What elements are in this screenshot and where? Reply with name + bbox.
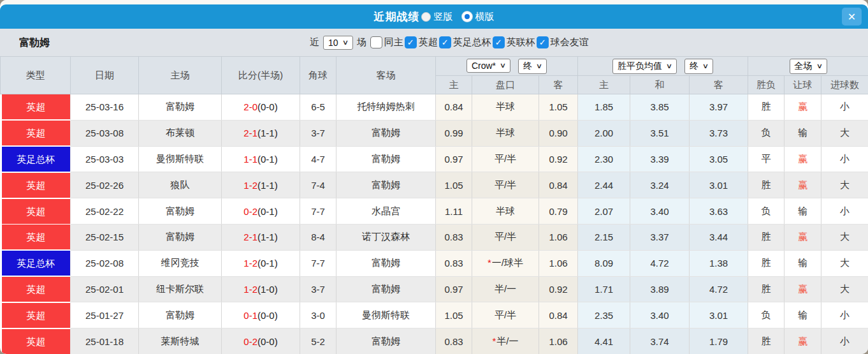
cell-home-odds: 0.83	[436, 250, 472, 276]
cell-result: 平	[748, 146, 785, 172]
cell-away-team: 托特纳姆热刺	[336, 94, 436, 121]
cell-avg-away: 1.38	[690, 250, 748, 276]
league-checkbox-1[interactable]: ✓	[439, 36, 451, 48]
team-name: 富勒姆	[19, 36, 50, 50]
sub-header-result: 胜负	[748, 76, 785, 94]
full-match-select[interactable]: 全场 ∨	[790, 59, 827, 74]
table-row: 英超25-03-16富勒姆2-0(0-0)6-5托特纳姆热刺0.84半球1.05…	[1, 94, 868, 121]
cell-avg-away: 4.72	[690, 276, 748, 302]
close-icon[interactable]: ✕	[842, 8, 862, 26]
half-time-score: (0-0)	[257, 101, 278, 112]
cell-home-team: 莱斯特城	[139, 328, 222, 354]
cell-handicap: 平/半	[472, 172, 539, 198]
cell-away-odds: 1.05	[539, 94, 578, 121]
cell-result: 胜	[748, 94, 785, 121]
league-badge: 英超	[2, 225, 71, 249]
cell-league: 英超	[1, 302, 71, 328]
radio-horizontal-layout[interactable]	[462, 11, 472, 22]
half-time-score: (0-0)	[257, 310, 278, 321]
cell-avg-away: 3.01	[690, 302, 748, 328]
sub-header-avg-away: 客	[690, 76, 748, 94]
cell-away-team: 富勒姆	[336, 250, 436, 276]
avg-type-select[interactable]: 胜平负均值 ∨	[612, 59, 677, 74]
cell-away-odds: 0.90	[539, 120, 578, 146]
cell-avg-home: 2.15	[578, 224, 630, 250]
cell-goals-result: 小	[821, 198, 868, 225]
table-row: 英超25-03-08布莱顿2-1(1-1)3-7富勒姆0.99半球0.902.0…	[1, 120, 868, 146]
league-checkbox-label-1[interactable]: 英足总杯	[453, 36, 491, 47]
half-time-score: (0-1)	[257, 154, 278, 165]
league-badge: 英超	[2, 199, 71, 224]
cell-corners: 3-7	[300, 276, 336, 302]
league-checkbox-label-3[interactable]: 球会友谊	[551, 36, 589, 47]
col-header-date: 日期	[71, 57, 139, 94]
cell-home-odds: 1.05	[436, 302, 472, 328]
cell-avg-home: 2.00	[578, 120, 630, 146]
cell-avg-away: 3.97	[690, 94, 748, 121]
avg-group-header: 胜平负均值 ∨ 终 ∨	[578, 57, 748, 76]
full-time-score: 0-1	[243, 310, 257, 321]
half-time-score: (0-0)	[257, 336, 278, 347]
league-checkbox-2[interactable]: ✓	[493, 36, 505, 48]
avg-stage-select[interactable]: 终 ∨	[684, 59, 713, 74]
match-count-select[interactable]: 10 ∨	[323, 36, 353, 50]
dialog-title: 近期战绩	[374, 10, 420, 24]
cell-handicap-result: 输	[785, 250, 821, 276]
cell-avg-away: 3.63	[690, 198, 748, 225]
radio-vertical-layout[interactable]	[421, 12, 431, 22]
col-header-away: 客场	[336, 57, 436, 94]
cell-corners: 7-4	[300, 172, 336, 198]
cell-league: 英超	[1, 328, 71, 354]
cell-score: 0-1(0-0)	[222, 302, 300, 328]
cell-avg-draw: 3.51	[630, 120, 690, 146]
full-time-score: 1-2	[243, 258, 257, 269]
cell-score: 1-2(1-1)	[222, 172, 300, 198]
sub-header-handicap: 盘口	[472, 76, 539, 94]
sub-header-odds-home: 主	[436, 76, 472, 94]
cell-avg-home: 4.41	[578, 328, 630, 354]
odds-stage-select[interactable]: 终 ∨	[518, 59, 547, 74]
cell-home-team: 富勒姆	[139, 94, 222, 121]
same-home-checkbox[interactable]	[370, 36, 382, 48]
handicap-change-star: *	[488, 257, 491, 268]
cell-avg-draw: 3.40	[630, 302, 690, 328]
cell-handicap: 平/半	[472, 146, 539, 172]
cell-date: 25-01-27	[71, 302, 139, 328]
cell-handicap: 平/半	[472, 302, 539, 328]
cell-avg-home: 2.35	[578, 302, 630, 328]
league-checkbox-3[interactable]: ✓	[537, 36, 549, 48]
full-time-score: 1-1	[243, 154, 257, 165]
cell-avg-away: 3.44	[690, 224, 748, 250]
table-row: 英足总杯25-02-08维冈竞技1-2(0-1)7-7富勒姆0.83*一/球半1…	[1, 250, 868, 276]
cell-avg-home: 2.44	[578, 172, 630, 198]
half-time-score: (0-1)	[257, 206, 278, 217]
league-badge: 英超	[2, 329, 71, 354]
radio-vertical-label[interactable]: 竖版	[434, 11, 453, 23]
cell-avg-draw: 3.24	[630, 172, 690, 198]
cell-date: 25-02-01	[71, 276, 139, 302]
half-time-score: (1-1)	[257, 128, 278, 138]
bookmaker-select[interactable]: Crow* ∨	[467, 59, 510, 73]
cell-handicap-result: 赢	[785, 328, 821, 354]
league-checkbox-label-2[interactable]: 英联杯	[507, 36, 535, 47]
league-checkbox-label-0[interactable]: 英超	[419, 36, 438, 47]
league-badge: 英超	[2, 173, 71, 198]
half-time-score: (1-1)	[257, 232, 278, 242]
title-bar: 近期战绩 竖版 横版 ✕	[0, 4, 868, 29]
cell-handicap: 平/半	[472, 224, 539, 250]
radio-horizontal-label[interactable]: 横版	[475, 11, 495, 23]
full-time-score: 0-2	[243, 336, 257, 347]
same-home-label[interactable]: 同主	[384, 36, 403, 48]
cell-away-odds: 0.92	[539, 146, 578, 172]
cell-away-team: 富勒姆	[336, 172, 436, 198]
cell-away-odds: 1.06	[539, 250, 578, 276]
cell-home-team: 狼队	[139, 172, 222, 198]
cell-handicap-result: 赢	[785, 276, 821, 302]
filter-bar: 富勒姆 近 10 ∨ 场 同主 ✓英超✓英足总杯✓英联杯✓球会友谊	[0, 29, 868, 56]
cell-avg-away: 3.05	[690, 146, 748, 172]
cell-away-team: 富勒姆	[336, 328, 436, 354]
cell-avg-away: 3.73	[690, 120, 748, 146]
cell-home-team: 富勒姆	[139, 198, 222, 225]
cell-score: 2-1(1-1)	[222, 120, 300, 146]
league-checkbox-0[interactable]: ✓	[405, 36, 417, 48]
